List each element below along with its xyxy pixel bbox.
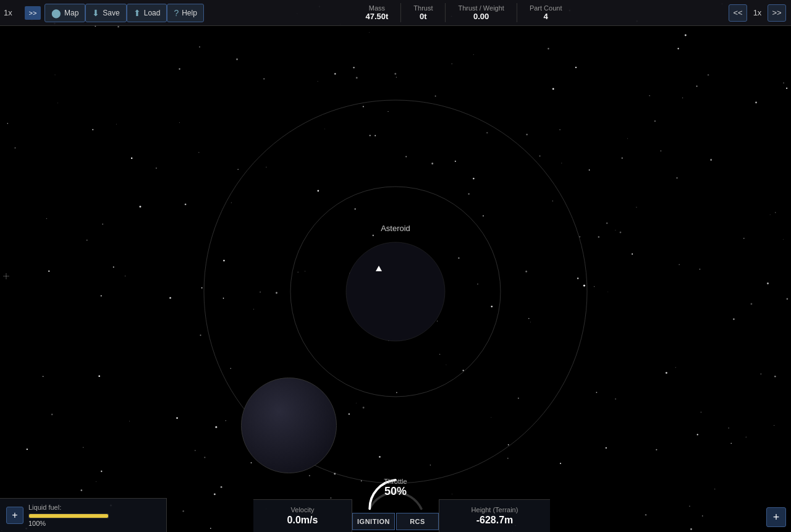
map-button[interactable]: ⬤ Map xyxy=(44,4,85,22)
left-controls: 1x >> xyxy=(0,6,44,20)
fuel-bar xyxy=(29,514,108,518)
ignition-button[interactable]: IGNITION xyxy=(352,513,395,530)
zoom-left-button[interactable]: << xyxy=(729,4,747,22)
height-value: -628.7m xyxy=(449,515,541,526)
throttle-label: Throttle xyxy=(358,478,433,485)
mass-stat: Mass 47.50t xyxy=(353,3,400,22)
fuel-label: Liquid fuel: xyxy=(28,504,160,511)
velocity-value: 0.0m/s xyxy=(263,515,342,526)
top-bar: 1x >> ⬤ Map ⬇ Save ⬆ Load ? Help Mass 47… xyxy=(0,0,791,26)
add-fuel-button[interactable]: + xyxy=(6,507,23,524)
zoom-level-right: 1x xyxy=(750,8,765,17)
rcs-button[interactable]: RCS xyxy=(396,513,439,530)
velocity-panel: Velocity 0.0m/s xyxy=(253,499,352,532)
throttle-text: Throttle 50% xyxy=(358,478,433,498)
thrust-stat: Thrust 0t xyxy=(400,3,445,22)
main-view[interactable]: Asteroid xyxy=(0,26,791,532)
save-button[interactable]: ⬇ Save xyxy=(85,4,126,22)
svg-point-2 xyxy=(346,242,445,341)
load-button[interactable]: ⬆ Load xyxy=(127,4,167,22)
fuel-info: Liquid fuel: 100% xyxy=(28,504,160,527)
fuel-bar-container xyxy=(28,513,109,518)
part-count-stat: Part Count 4 xyxy=(517,3,575,22)
save-icon: ⬇ xyxy=(92,8,99,18)
help-icon: ? xyxy=(174,8,179,18)
fuel-panel: + Liquid fuel: 100% xyxy=(0,498,167,532)
throttle-value: 50% xyxy=(358,485,433,498)
throttle-panel: Throttle 50% xyxy=(358,471,433,512)
expand-button[interactable]: >> xyxy=(25,6,41,20)
plus-button[interactable]: + xyxy=(766,507,786,527)
orbital-display xyxy=(0,26,791,532)
zoom-right-button[interactable]: >> xyxy=(768,4,786,22)
right-bottom: + xyxy=(761,502,791,532)
height-panel: Height (Terrain) -628.7m xyxy=(439,499,550,532)
zoom-level-left: 1x xyxy=(4,8,22,17)
right-controls: << 1x >> xyxy=(724,4,791,22)
map-icon: ⬤ xyxy=(51,8,61,18)
thrust-weight-stat: Thrust / Weight 0.00 xyxy=(445,3,516,22)
velocity-label: Velocity xyxy=(263,506,342,513)
center-stats: Mass 47.50t Thrust 0t Thrust / Weight 0.… xyxy=(204,3,724,22)
action-buttons: IGNITION RCS xyxy=(352,513,439,532)
fuel-percentage: 100% xyxy=(28,520,160,527)
load-icon: ⬆ xyxy=(133,8,141,18)
help-button[interactable]: ? Help xyxy=(167,4,203,22)
height-label: Height (Terrain) xyxy=(449,506,541,513)
